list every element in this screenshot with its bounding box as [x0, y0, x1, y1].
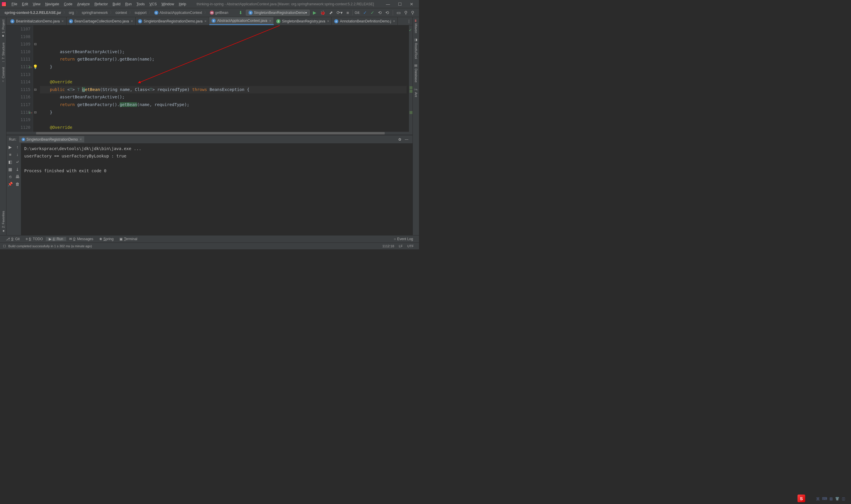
breadcrumb-pkg[interactable]: springframework	[80, 11, 109, 15]
menu-code[interactable]: Code	[61, 2, 75, 6]
fold-gutter[interactable]: ⊟💡⊟⊟	[33, 25, 38, 132]
breadcrumb-pkg[interactable]: support	[133, 11, 148, 15]
soft-wrap-button[interactable]: ⤶	[16, 160, 19, 164]
build-button[interactable]: ⬇	[237, 10, 245, 15]
git-history-button[interactable]: ⟲	[376, 10, 383, 15]
close-button[interactable]: ✕	[406, 2, 418, 6]
coverage-button[interactable]: ⬈	[327, 10, 335, 15]
run-toolbar-secondary: ↑ ↓ ⤶ ⤓ 🖶 🗑	[14, 143, 21, 235]
ide-errors-button[interactable]: ▭	[395, 10, 402, 15]
git-commit-button[interactable]: ✓	[369, 10, 376, 15]
menu-edit[interactable]: Edit	[19, 2, 31, 6]
maximize-button[interactable]: ☐	[394, 2, 406, 6]
menu-refactor[interactable]: Refactor	[92, 2, 110, 6]
menu-file[interactable]: File	[9, 2, 19, 6]
breadcrumb-class[interactable]: cAbstractApplicationContext	[153, 11, 204, 15]
database-tool-tab[interactable]: ▤Database	[413, 61, 419, 85]
minimize-button[interactable]: —	[382, 2, 394, 6]
pin-button[interactable]: 📌	[8, 182, 13, 186]
structure-tool-tab[interactable]: ⫶7: Structure	[0, 40, 6, 65]
tool-window-messages[interactable]: ✉0: Messages	[66, 237, 96, 241]
menu-tools[interactable]: Tools	[134, 2, 147, 6]
navigation-bar: spring-context-5.2.2.RELEASE.jar 〉 org〉s…	[0, 8, 419, 17]
code-text[interactable]: assertBeanFactoryActive(); return getBea…	[38, 25, 409, 132]
event-log-button[interactable]: ○Event Log	[391, 237, 416, 241]
menu-navigate[interactable]: Navigate	[43, 2, 61, 6]
caret-position[interactable]: 1112:18	[380, 244, 397, 248]
breadcrumb-method[interactable]: mgetBean	[208, 11, 230, 15]
show-more-tabs-button[interactable]: ⋮	[405, 19, 413, 23]
close-icon[interactable]: ×	[393, 19, 395, 23]
commit-tool-tab[interactable]: ○Commit	[0, 65, 6, 85]
status-bar: ☐ Build completed successfully in 1 s 30…	[0, 242, 419, 249]
dump-threads-button[interactable]: ◧	[8, 160, 12, 164]
editor-minimap[interactable]: ✓	[409, 25, 413, 132]
git-update-button[interactable]: ✓	[361, 10, 369, 15]
editor-tab[interactable]: cSingletonBeanRegistrationDemo.java×	[135, 17, 209, 25]
close-icon[interactable]: ×	[269, 19, 272, 23]
breadcrumb-pkg[interactable]: org	[67, 11, 75, 15]
profile-button[interactable]: ⟳▾	[335, 10, 345, 15]
breadcrumb-pkg[interactable]: context	[114, 11, 129, 15]
favorites-tool-tab[interactable]: ★2: Favorites	[0, 209, 6, 235]
tool-window-run[interactable]: ▶4: Run	[46, 237, 66, 241]
window-title: thinking-in-spring - AbstractApplication…	[188, 2, 382, 6]
menu-help[interactable]: Help	[176, 2, 188, 6]
menu-run[interactable]: Run	[123, 2, 134, 6]
menu-vcs[interactable]: VCS	[147, 2, 159, 6]
analysis-ok-icon: ✓	[409, 26, 412, 34]
run-configuration-dropdown[interactable]: c SingletonBeanRegistrationDemo ▾	[246, 10, 310, 16]
method-icon: m	[210, 11, 214, 15]
restfultool-tab[interactable]: ◨RestfulTool	[413, 35, 419, 61]
print-button[interactable]: 🖶	[15, 174, 19, 179]
line-separator[interactable]: LF	[397, 244, 405, 248]
up-stack-button[interactable]: ↑	[17, 145, 19, 149]
menu-analyze[interactable]: Analyze	[75, 2, 92, 6]
code-pane[interactable]: 110711081109111011111112o↑11131114111511…	[6, 25, 413, 132]
exit-button[interactable]: ⎋	[9, 174, 12, 179]
close-icon[interactable]: ×	[204, 19, 207, 23]
menu-window[interactable]: Window	[159, 2, 176, 6]
horizontal-scrollbar[interactable]	[6, 132, 413, 135]
editor-tab[interactable]: cBeanInitializationDemo.java×	[8, 17, 67, 25]
run-tab[interactable]: c SingletonBeanRegistrationDemo ×	[19, 136, 84, 142]
project-tool-tab[interactable]: ■1: Project	[0, 17, 6, 40]
menu-view[interactable]: View	[31, 2, 43, 6]
settings-button[interactable]: ⚲	[409, 10, 416, 15]
maven-tool-tab[interactable]: mMaven	[413, 17, 419, 35]
run-settings-button[interactable]: ✿	[397, 137, 403, 142]
clear-console-button[interactable]: 🗑	[15, 182, 19, 186]
tool-window-git[interactable]: ⎇9: Git	[3, 237, 23, 241]
search-everywhere-button[interactable]: ⚲	[402, 10, 409, 15]
stop-button[interactable]: ■	[345, 10, 351, 15]
ant-tool-tab[interactable]: 🐜Ant	[413, 85, 419, 100]
menu-build[interactable]: Build	[110, 2, 123, 6]
status-icon[interactable]: ☐	[3, 244, 6, 248]
rerun-button[interactable]: ▶	[8, 145, 12, 149]
run-panel-body: ▶ ■ ◧ ▦ ⎋ 📌 ↑ ↓ ⤶ ⤓ 🖶 🗑	[6, 143, 413, 235]
title-bar: FileEditViewNavigateCodeAnalyzeRefactorB…	[0, 0, 419, 8]
down-stack-button[interactable]: ↓	[17, 152, 19, 157]
layout-button[interactable]: ▦	[8, 167, 12, 172]
chevron-down-icon: ▾	[305, 11, 307, 15]
tool-window-todo[interactable]: ≡6: TODO	[23, 237, 46, 241]
stop-run-button[interactable]: ■	[9, 152, 11, 157]
editor-tab[interactable]: ISingletonBeanRegistry.java×	[274, 17, 332, 25]
file-encoding[interactable]: UTF	[405, 244, 416, 248]
hide-panel-button[interactable]: —	[403, 137, 410, 142]
close-icon[interactable]: ×	[61, 19, 64, 23]
tool-window-spring[interactable]: ❀Spring	[96, 237, 117, 241]
close-icon[interactable]: ×	[327, 19, 329, 23]
scroll-to-end-button[interactable]: ⤓	[16, 167, 19, 172]
tool-window-terminal[interactable]: ▣Terminal	[116, 237, 140, 241]
close-icon[interactable]: ×	[79, 137, 82, 142]
debug-button[interactable]: 🐞	[318, 10, 327, 15]
run-console[interactable]: D:\worksprace\devtools\jdk\jdk\bin\java.…	[21, 143, 413, 235]
breadcrumb-jar[interactable]: spring-context-5.2.2.RELEASE.jar	[3, 11, 62, 15]
close-icon[interactable]: ×	[131, 19, 133, 23]
git-revert-button[interactable]: ⟲	[383, 10, 391, 15]
editor-tab[interactable]: cBeanGarbageCollectionDemo.java×	[67, 17, 135, 25]
editor-tab[interactable]: cAbstractApplicationContext.java×	[209, 17, 274, 25]
editor-tab[interactable]: cAnnotationBeanDefinitionDemo.j×	[332, 17, 398, 25]
run-button[interactable]: ▶	[311, 10, 318, 15]
